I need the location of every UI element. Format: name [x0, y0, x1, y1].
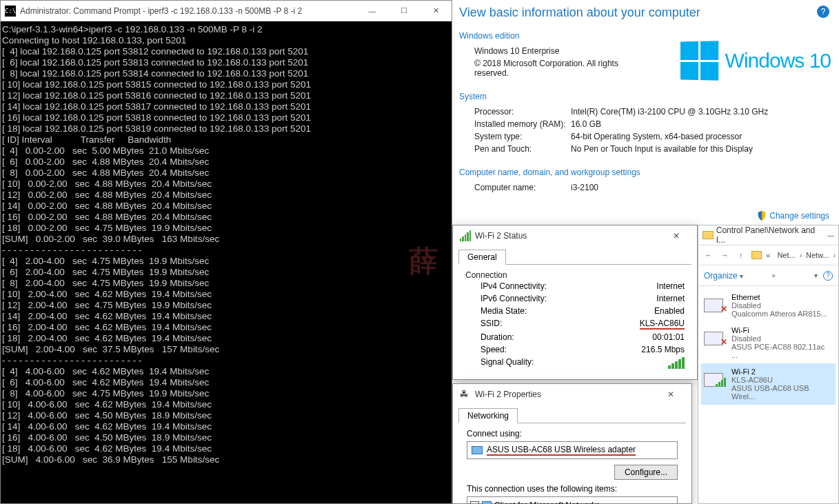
- item-client-ms-networks: Client for Microsoft Networks: [494, 501, 600, 504]
- close-button[interactable]: ✕: [663, 231, 690, 241]
- minimize-button[interactable]: —: [827, 232, 834, 239]
- windows-logo: Windows 10: [680, 41, 831, 80]
- ipv6-value: Internet: [656, 294, 685, 303]
- net-name: Ethernet: [731, 293, 827, 301]
- explorer-address-bar[interactable]: ← → ↑ « Net... › Netw... ›: [698, 245, 838, 265]
- signal-quality-icon: [668, 357, 685, 369]
- pen-label: Pen and Touch:: [474, 144, 571, 154]
- systype-label: System type:: [474, 132, 571, 141]
- ipv6-label: IPv6 Connectivity:: [481, 294, 656, 303]
- up-button[interactable]: ↑: [734, 248, 749, 263]
- wifi-status-dialog: Wi-Fi 2 Status ✕ General Connection IPv4…: [452, 225, 698, 380]
- overflow-button[interactable]: »: [771, 272, 776, 279]
- net-status: Disabled: [731, 301, 827, 310]
- chevron-right-icon: ›: [800, 252, 802, 259]
- cmd-icon: C:\: [5, 6, 16, 17]
- ipv4-value: Internet: [656, 281, 685, 291]
- speed-label: Speed:: [481, 345, 641, 354]
- network-item[interactable]: ✕EthernetDisabledQualcomm Atheros AR815.…: [701, 289, 836, 322]
- help-icon[interactable]: ?: [817, 6, 829, 18]
- configure-button[interactable]: Configure...: [614, 465, 678, 480]
- connect-using-label: Connect using:: [467, 429, 678, 439]
- network-disabled-icon: ✕: [704, 326, 726, 345]
- pen-value: No Pen or Touch Input is available for t…: [571, 144, 832, 154]
- net-device: ASUS PCE-AC88 802.11ac ...: [731, 343, 833, 359]
- cmd-titlebar[interactable]: C:\ Administrator: Command Prompt - iper…: [1, 1, 452, 21]
- change-settings-link[interactable]: Change settings: [757, 211, 829, 221]
- system-info-panel: ? View basic information about your comp…: [452, 0, 839, 228]
- explorer-title: Control Panel\Network and I...: [716, 225, 825, 245]
- duration-value: 00:01:01: [652, 332, 685, 342]
- wifi-props-title: Wi-Fi 2 Properties: [475, 390, 657, 399]
- breadcrumb-net[interactable]: Net...: [774, 250, 798, 261]
- cmd-output[interactable]: C:\iperf-3.1.3-win64>iperf3 -c 192.168.0…: [1, 21, 452, 503]
- cname-label: Computer name:: [474, 183, 571, 192]
- tab-networking[interactable]: Networking: [458, 408, 518, 423]
- ram-label: Installed memory (RAM):: [474, 119, 571, 129]
- adapter-field[interactable]: ASUS USB-AC68 USB Wireless adapter: [467, 441, 678, 459]
- media-value: Enabled: [654, 306, 685, 316]
- network-item[interactable]: ✕Wi-FiDisabledASUS PCE-AC88 802.11ac ...: [701, 322, 836, 363]
- media-label: Media State:: [481, 306, 654, 316]
- organize-menu[interactable]: Organize ▾: [704, 271, 743, 281]
- maximize-button[interactable]: ☐: [388, 1, 420, 21]
- copyright: © 2018 Microsoft Corporation. All rights…: [474, 59, 626, 78]
- wifi-signal-icon: [460, 230, 471, 241]
- adapter-name: ASUS USB-AC68 USB Wireless adapter: [487, 445, 636, 456]
- processor-label: Processor:: [474, 107, 571, 117]
- ssid-value: KLS-AC86U: [640, 319, 685, 330]
- back-button[interactable]: ←: [701, 248, 716, 263]
- close-button[interactable]: ✕: [420, 1, 452, 21]
- breadcrumb-segment[interactable]: «: [763, 250, 773, 261]
- cname-value: i3-2100: [571, 183, 832, 192]
- items-listbox[interactable]: ✓ Client for Microsoft Networks: [467, 496, 678, 504]
- network-item[interactable]: Wi-Fi 2KLS-AC86UASUS USB-AC68 USB Wirel.…: [701, 363, 836, 405]
- breadcrumb-network[interactable]: Netw...: [803, 250, 832, 261]
- network-connections-explorer: Control Panel\Network and I... — ← → ↑ «…: [698, 225, 839, 504]
- net-device: Qualcomm Atheros AR815...: [731, 310, 827, 318]
- speed-value: 216.5 Mbps: [641, 345, 685, 354]
- net-device: ASUS USB-AC68 USB Wirel...: [731, 384, 833, 401]
- close-button[interactable]: ✕: [657, 390, 685, 399]
- net-name: Wi-Fi 2: [731, 367, 833, 376]
- net-name: Wi-Fi: [731, 326, 833, 334]
- cname-header: Computer name, domain, and workgroup set…: [459, 165, 832, 181]
- tab-general[interactable]: General: [458, 250, 506, 265]
- view-icons-button[interactable]: [804, 273, 809, 278]
- wifi-properties-dialog: 🖧 Wi-Fi 2 Properties ✕ Networking Connec…: [452, 383, 692, 504]
- wifi-props-titlebar[interactable]: 🖧 Wi-Fi 2 Properties ✕: [453, 384, 691, 405]
- signal-quality-label: Signal Quality:: [481, 357, 668, 369]
- forward-button[interactable]: →: [718, 248, 733, 263]
- network-disabled-icon: ✕: [704, 293, 726, 312]
- systype-value: 64-bit Operating System, x64-based proce…: [571, 132, 832, 141]
- wifi-status-titlebar[interactable]: Wi-Fi 2 Status ✕: [453, 225, 697, 246]
- minimize-button[interactable]: —: [356, 1, 388, 21]
- sysinfo-heading: View basic information about your comput…: [459, 0, 832, 28]
- network-wifi-icon: [704, 367, 726, 387]
- change-settings-label: Change settings: [769, 211, 829, 221]
- ssid-label: SSID:: [481, 319, 640, 330]
- net-status: KLS-AC86U: [731, 376, 833, 384]
- folder-icon: [702, 231, 714, 239]
- checkbox-icon[interactable]: ✓: [470, 501, 479, 505]
- shield-icon: [757, 211, 767, 221]
- chevron-right-icon: ›: [833, 252, 836, 259]
- adapter-icon: [472, 446, 483, 454]
- net-status: Disabled: [731, 334, 833, 343]
- windows-logo-text: Windows 10: [725, 49, 831, 72]
- help-icon[interactable]: ?: [823, 271, 833, 281]
- system-header: System: [459, 89, 832, 105]
- processor-value: Intel(R) Core(TM) i3-2100 CPU @ 3.10GHz …: [571, 107, 832, 117]
- items-label: This connection uses the following items…: [467, 484, 678, 494]
- folder-icon: [751, 251, 762, 259]
- connection-section-label: Connection: [465, 270, 685, 280]
- explorer-titlebar[interactable]: Control Panel\Network and I... —: [698, 225, 838, 245]
- network-items-list: ✕EthernetDisabledQualcomm Atheros AR815.…: [698, 286, 838, 407]
- ipv4-label: IPv4 Connectivity:: [481, 281, 656, 291]
- network-icon: 🖧: [460, 389, 471, 400]
- ram-value: 16.0 GB: [571, 119, 832, 129]
- cmd-title: Administrator: Command Prompt - iperf3 -…: [20, 6, 356, 16]
- windows-logo-icon: [680, 41, 718, 80]
- duration-label: Duration:: [481, 332, 652, 342]
- client-icon: [482, 501, 492, 504]
